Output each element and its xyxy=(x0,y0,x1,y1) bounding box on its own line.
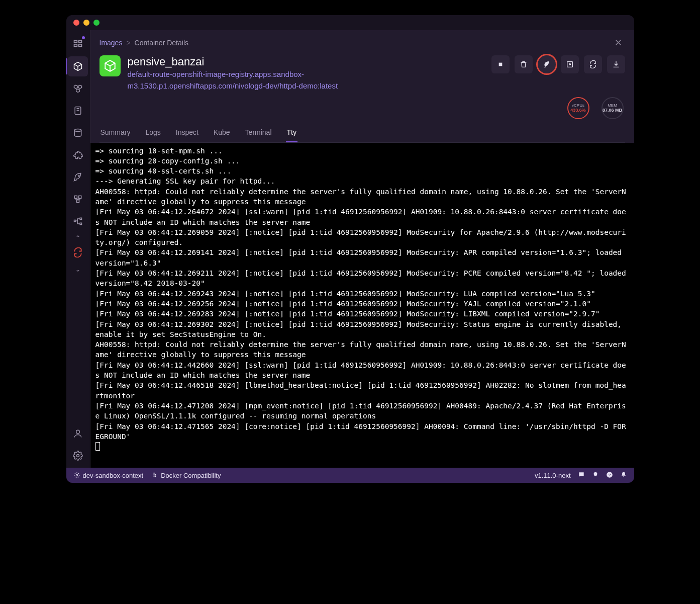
svg-point-14 xyxy=(77,455,79,457)
tab-kube[interactable]: Kube xyxy=(213,125,231,142)
open-external-button[interactable] xyxy=(561,55,579,73)
delete-button[interactable] xyxy=(515,55,533,73)
svg-rect-12 xyxy=(80,223,81,224)
statusbar-context-label: dev-sandbox-context xyxy=(83,472,144,479)
window-controls xyxy=(73,20,99,26)
sidebar-collapse-up-icon[interactable]: ⌃ xyxy=(75,234,80,241)
statusbar-docker-label: Docker Compatibility xyxy=(161,472,221,479)
restart-button[interactable] xyxy=(584,55,602,73)
maximize-window-icon[interactable] xyxy=(93,20,99,26)
tab-terminal[interactable]: Terminal xyxy=(244,125,273,142)
svg-point-6 xyxy=(78,175,79,177)
stat-vcpu-label: vCPUs xyxy=(572,103,584,108)
svg-point-13 xyxy=(76,430,80,434)
svg-rect-11 xyxy=(80,218,81,219)
deploy-to-kubernetes-button[interactable] xyxy=(538,55,556,73)
stat-vcpu: vCPUs 433.6% xyxy=(566,97,591,119)
container-name: pensive_banzai xyxy=(128,55,484,68)
export-button[interactable] xyxy=(607,55,625,73)
sidebar-item-openshift[interactable] xyxy=(68,242,88,263)
svg-rect-2 xyxy=(74,44,77,46)
resource-stats: vCPUs 433.6% MEM 87.06 MB xyxy=(99,92,625,119)
app-window: ⌃ ⌃ Images > Container Details ✕ xyxy=(66,15,634,483)
sidebar-item-kubernetes[interactable] xyxy=(68,189,88,209)
stat-memory: MEM 87.06 MB xyxy=(600,97,625,119)
sidebar-collapse-down-icon[interactable]: ⌃ xyxy=(75,266,80,273)
breadcrumb-current: Container Details xyxy=(135,39,188,47)
svg-rect-7 xyxy=(74,196,77,198)
tty-output[interactable]: => sourcing 10-set-mpm.sh ... => sourcin… xyxy=(90,143,634,468)
stat-mem-value: 87.06 MB xyxy=(603,108,622,113)
svg-point-17 xyxy=(76,474,78,476)
svg-rect-10 xyxy=(74,220,76,222)
statusbar-context[interactable]: dev-sandbox-context xyxy=(73,472,144,479)
sidebar-item-extensions[interactable] xyxy=(68,145,88,165)
statusbar: dev-sandbox-context Docker Compatibility… xyxy=(66,468,634,483)
breadcrumb-separator-icon: > xyxy=(126,39,130,47)
svg-rect-3 xyxy=(79,44,82,46)
container-image-reference[interactable]: default-route-openshift-image-registry.a… xyxy=(128,68,399,92)
tab-summary[interactable]: Summary xyxy=(99,125,132,142)
close-window-icon[interactable] xyxy=(73,20,79,26)
tab-tty[interactable]: Tty xyxy=(286,125,297,142)
sidebar-item-account[interactable] xyxy=(68,423,88,444)
svg-rect-1 xyxy=(79,41,82,43)
header: Images > Container Details ✕ pensive_ban… xyxy=(90,30,634,143)
tab-bar: Summary Logs Inspect Kube Terminal Tty xyxy=(99,119,625,143)
svg-rect-15 xyxy=(498,63,502,66)
minimize-window-icon[interactable] xyxy=(83,20,89,26)
sidebar-item-pods[interactable] xyxy=(68,78,88,99)
sidebar-item-settings[interactable] xyxy=(68,446,88,466)
svg-rect-0 xyxy=(74,41,77,43)
close-details-button[interactable]: ✕ xyxy=(612,36,625,49)
bell-icon[interactable] xyxy=(620,471,627,480)
breadcrumb: Images > Container Details ✕ xyxy=(99,36,625,49)
stop-button[interactable] xyxy=(491,55,510,73)
tab-inspect[interactable]: Inspect xyxy=(175,125,199,142)
content-area: Images > Container Details ✕ pensive_ban… xyxy=(90,30,634,468)
breadcrumb-root[interactable]: Images xyxy=(99,39,123,47)
sidebar-item-deploy[interactable] xyxy=(68,167,88,187)
titlebar xyxy=(66,15,634,30)
svg-rect-4 xyxy=(75,107,81,115)
sidebar-item-images[interactable] xyxy=(68,101,88,121)
sidebar-item-containers[interactable] xyxy=(68,56,88,76)
statusbar-docker[interactable]: Docker Compatibility xyxy=(151,472,221,479)
terminal-cursor-icon xyxy=(95,442,100,451)
notification-dot-icon xyxy=(82,36,85,39)
sidebar: ⌃ ⌃ xyxy=(66,30,90,468)
svg-point-5 xyxy=(74,129,81,132)
container-type-icon xyxy=(99,55,121,76)
help-icon[interactable]: ? xyxy=(606,471,613,480)
sidebar-item-network[interactable] xyxy=(68,211,88,231)
stat-vcpu-value: 433.6% xyxy=(570,108,586,113)
lightbulb-icon[interactable] xyxy=(592,471,599,480)
feedback-icon[interactable] xyxy=(578,471,585,480)
statusbar-version: v1.11.0-next xyxy=(535,472,571,479)
stat-mem-label: MEM xyxy=(608,103,617,108)
svg-rect-9 xyxy=(77,200,79,203)
svg-text:?: ? xyxy=(608,472,611,477)
action-toolbar xyxy=(491,55,625,73)
tab-logs[interactable]: Logs xyxy=(144,125,161,142)
sidebar-item-volumes[interactable] xyxy=(68,123,88,143)
sidebar-item-dashboard[interactable] xyxy=(68,34,88,54)
svg-rect-8 xyxy=(79,196,81,198)
